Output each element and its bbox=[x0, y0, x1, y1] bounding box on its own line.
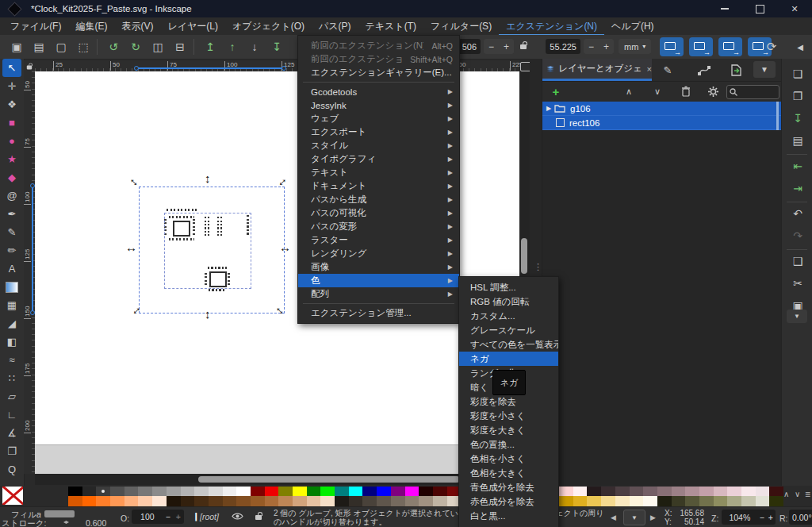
height-stepper[interactable]: −+ bbox=[584, 39, 614, 54]
palette-swatch[interactable] bbox=[643, 496, 657, 506]
object-list-scrollbar[interactable] bbox=[776, 102, 779, 130]
palette-swatch[interactable] bbox=[335, 496, 349, 506]
color-submenu-item-14[interactable]: 色相を大きく bbox=[459, 466, 558, 480]
cut-icon[interactable]: ✂ bbox=[788, 275, 807, 292]
deselect-icon[interactable]: ▢ bbox=[51, 37, 71, 57]
color-submenu-item-2[interactable]: RGB 値の回転 bbox=[459, 294, 558, 309]
palette-swatch[interactable] bbox=[278, 496, 293, 506]
color-submenu-item-15[interactable]: 青色成分を除去 bbox=[459, 480, 558, 494]
palette-swatch[interactable] bbox=[307, 496, 321, 506]
collapse-toolbar-icon[interactable]: ◀ bbox=[790, 37, 810, 57]
extensions-menu-item-7[interactable]: ウェブ▶ bbox=[298, 112, 459, 125]
palette-swatch[interactable] bbox=[630, 487, 644, 497]
palette-swatch[interactable] bbox=[251, 487, 265, 497]
palette-swatch[interactable] bbox=[320, 496, 335, 506]
spray-tool[interactable]: ∷ bbox=[2, 369, 21, 387]
palette-swatch[interactable] bbox=[167, 496, 181, 506]
palette-swatch[interactable] bbox=[672, 487, 686, 497]
rotate-cw-icon[interactable]: ↻ bbox=[125, 37, 146, 57]
zoom-plus[interactable]: + bbox=[766, 513, 776, 522]
palette-swatch[interactable] bbox=[741, 487, 756, 497]
dropper-tool[interactable]: ◢ bbox=[2, 314, 21, 333]
tab-export[interactable] bbox=[726, 62, 745, 78]
palette-swatch[interactable] bbox=[278, 487, 293, 497]
minimize-button[interactable] bbox=[707, 0, 742, 17]
palette-swatch[interactable] bbox=[377, 496, 391, 506]
redo-icon[interactable]: ↷ bbox=[788, 227, 807, 244]
extensions-menu-item-17[interactable]: レンダリング▶ bbox=[298, 247, 459, 260]
ruler-corner[interactable] bbox=[24, 60, 35, 71]
palette-swatch[interactable] bbox=[152, 487, 167, 497]
gradient-tool[interactable] bbox=[2, 278, 21, 296]
close-button[interactable]: ✕ bbox=[777, 0, 812, 17]
palette-swatch[interactable] bbox=[124, 496, 139, 506]
add-layer-button[interactable]: + bbox=[547, 83, 565, 99]
move-up-button[interactable]: ∧ bbox=[620, 83, 638, 99]
menubar-item-6[interactable]: パス(P) bbox=[312, 17, 358, 36]
shape-builder-tool[interactable]: ❖ bbox=[2, 95, 21, 113]
calligraphy-tool[interactable]: ✏ bbox=[2, 241, 21, 260]
select-all-layers-icon[interactable]: ▤ bbox=[29, 37, 49, 57]
pages-tool[interactable]: ❐ bbox=[2, 442, 21, 460]
palette-swatch[interactable] bbox=[391, 487, 405, 497]
palette-swatch[interactable] bbox=[685, 496, 699, 506]
lower-icon[interactable]: ↓ bbox=[244, 37, 265, 57]
scale-handle-w[interactable]: ↔ bbox=[125, 243, 137, 252]
scale-handle-e[interactable]: ↔ bbox=[279, 243, 291, 252]
select-all-icon[interactable]: ▣ bbox=[6, 37, 27, 57]
pen-tool[interactable]: ✒ bbox=[2, 205, 21, 223]
menubar-item-1[interactable]: ファイル(F) bbox=[3, 17, 68, 36]
color-submenu-item-1[interactable]: HSL 調整... bbox=[459, 280, 558, 294]
palette-swatch[interactable] bbox=[391, 496, 405, 506]
extensions-menu-item-18[interactable]: 画像▶ bbox=[298, 260, 459, 274]
extensions-menu-item-5[interactable]: Gcodetools▶ bbox=[298, 85, 459, 98]
palette-swatch[interactable] bbox=[756, 487, 770, 497]
palette-swatch[interactable] bbox=[265, 487, 279, 497]
export-icon[interactable]: ⇥ bbox=[788, 179, 807, 197]
palette-swatch[interactable] bbox=[82, 496, 97, 506]
no-color-swatch[interactable] bbox=[2, 487, 23, 505]
palette-swatch[interactable] bbox=[110, 496, 124, 506]
color-submenu-item-3[interactable]: カスタム... bbox=[459, 309, 558, 323]
save-document-icon[interactable]: ↧ bbox=[788, 110, 807, 127]
extensions-menu-item-11[interactable]: テキスト▶ bbox=[298, 166, 459, 179]
palette-swatch[interactable] bbox=[727, 487, 741, 497]
palette-swatch[interactable] bbox=[223, 487, 237, 497]
palette-swatch[interactable] bbox=[741, 496, 756, 506]
delete-button[interactable] bbox=[677, 83, 695, 99]
palette-swatch[interactable] bbox=[293, 496, 307, 506]
text-tool[interactable]: A bbox=[2, 260, 21, 278]
palette-swatch[interactable] bbox=[377, 487, 391, 497]
palette-swatch[interactable] bbox=[181, 496, 195, 506]
palette-swatch[interactable] bbox=[68, 487, 82, 497]
color-submenu-item-12[interactable]: 色の置換... bbox=[459, 437, 558, 452]
palette-swatch[interactable] bbox=[236, 487, 251, 497]
extensions-menu-item-19[interactable]: 色▶ bbox=[298, 274, 459, 287]
palette-swatch[interactable] bbox=[419, 487, 433, 497]
maximize-button[interactable] bbox=[742, 0, 777, 17]
palette-swatch[interactable] bbox=[573, 487, 588, 497]
extensions-menu-item-15[interactable]: パスの変形▶ bbox=[298, 220, 459, 233]
menubar-item-4[interactable]: レイヤー(L) bbox=[160, 17, 225, 36]
horizontal-scrollbar[interactable] bbox=[35, 474, 519, 485]
palette-swatch[interactable] bbox=[335, 487, 349, 497]
opacity-minus[interactable]: − bbox=[163, 512, 173, 521]
palette-swatch[interactable] bbox=[756, 496, 770, 506]
palette-swatch[interactable] bbox=[349, 496, 363, 506]
extensions-menu-item-12[interactable]: ドキュメント▶ bbox=[298, 179, 459, 193]
palette-swatch[interactable] bbox=[769, 496, 783, 506]
zoom-tool[interactable]: Q bbox=[2, 460, 21, 479]
palette-menu-icon[interactable]: ≡ bbox=[805, 489, 810, 500]
palette-swatch[interactable] bbox=[124, 487, 139, 497]
color-submenu-item-5[interactable]: すべての色を一覧表示 bbox=[459, 337, 558, 352]
palette-swatch[interactable] bbox=[68, 496, 82, 506]
extensions-menu-item-14[interactable]: パスの可視化▶ bbox=[298, 206, 459, 220]
palette-swatch[interactable] bbox=[96, 487, 110, 497]
selection-touch-icon[interactable]: ⬚ bbox=[73, 37, 94, 57]
palette-swatch[interactable] bbox=[96, 496, 110, 506]
palette-swatch[interactable] bbox=[769, 487, 783, 497]
palette-swatch[interactable] bbox=[601, 487, 615, 497]
node-tool[interactable]: ✛ bbox=[2, 77, 21, 95]
tab-fill-stroke[interactable]: ✎ bbox=[658, 62, 677, 78]
unit-dropdown[interactable]: mm▾ bbox=[619, 39, 651, 54]
